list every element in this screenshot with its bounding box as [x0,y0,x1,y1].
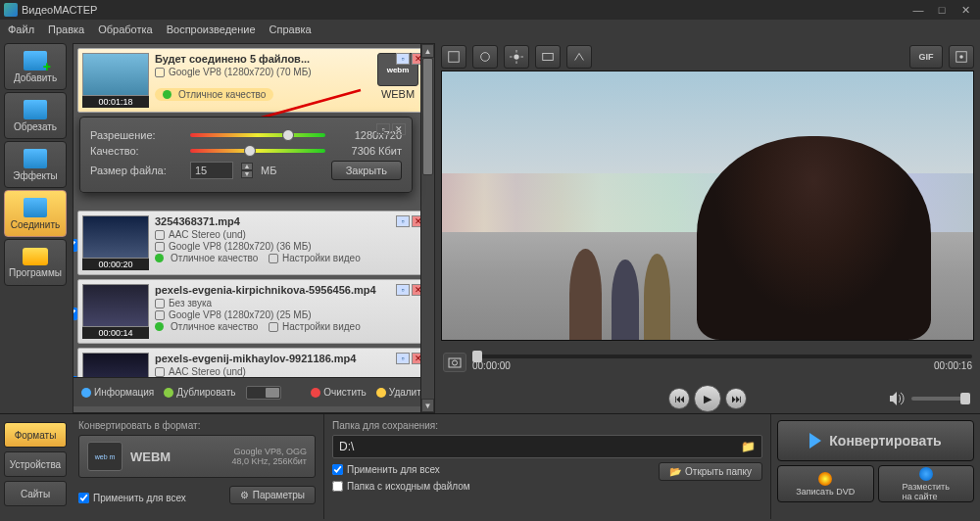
volume-icon[interactable] [888,390,906,407]
scroll-up-button[interactable]: ▲ [421,44,434,58]
popup-close-button[interactable]: Закрыть [331,161,402,180]
filesize-up-button[interactable]: ▲ [241,163,253,170]
publish-button[interactable]: Разместитьна сайте [878,465,975,502]
item-expand-button[interactable]: ▫ [396,215,410,227]
sidebar: Добавить Обрезать Эффекты Соединить Прог… [0,39,71,413]
format-codec: Google VP8, OGG [231,447,307,456]
file-checkbox[interactable] [74,308,77,320]
open-folder-button[interactable]: 📂Открыть папку [659,462,762,481]
duplicate-button[interactable]: Дублировать [164,387,235,398]
filesize-down-button[interactable]: ▼ [241,170,253,178]
sidebar-programs-label: Программы [9,267,62,278]
sidebar-join-button[interactable]: Соединить [4,190,67,237]
clear-button[interactable]: Очистить [311,387,367,398]
browse-folder-icon[interactable]: 📁 [741,440,756,453]
file-list-toolbar: Информация Дублировать Очистить Удалить [74,377,434,406]
film-icon [155,242,165,252]
sidebar-programs-button[interactable]: Программы [4,239,67,286]
item-expand-button[interactable]: ▫ [396,284,410,296]
quality-dot-icon [155,322,164,331]
file-item[interactable]: 00:00:20 3254368371.mp4 AAC Stereo (und)… [77,211,430,275]
view-toggle[interactable] [246,386,281,400]
gear-icon: ⚙ [240,490,249,500]
file-codec: Google VP8 (1280x720) (70 МБ) [169,67,312,77]
menu-file[interactable]: Файл [8,24,34,35]
file-list-scrollbar[interactable]: ▲ ▼ [420,44,434,412]
apply-all-checkbox[interactable]: Применить для всех [78,493,186,503]
popup-expand-button[interactable]: ▫ [376,123,390,135]
file-settings-link[interactable]: Настройки видео [282,253,361,263]
source-folder-checkbox[interactable]: Папка с исходным файлом [332,481,762,492]
convert-to-label: Конвертировать в формат: [78,420,316,431]
file-quality: Отличное качество [178,89,266,100]
seek-bar[interactable]: 00:00:0000:00:16 [472,355,972,371]
duration-badge: 00:01:18 [82,96,149,108]
file-settings-link[interactable]: Настройки видео [282,321,361,332]
params-button[interactable]: ⚙Параметры [229,486,316,504]
delete-button[interactable]: Удалить [376,387,426,398]
scissors-icon [24,100,47,119]
menu-process[interactable]: Обработка [98,24,152,35]
tab-sites[interactable]: Сайты [4,481,67,506]
info-button[interactable]: Информация [81,387,154,398]
tab-formats[interactable]: Форматы [4,422,67,448]
programs-icon [23,248,48,265]
item-expand-button[interactable]: ▫ [396,53,410,65]
sidebar-join-label: Соединить [11,219,60,230]
close-button[interactable]: ✕ [955,2,976,18]
format-audio: 48,0 KHz, 256Кбит [231,456,307,466]
maximize-button[interactable]: □ [931,2,953,18]
sidebar-effects-label: Эффекты [13,170,57,181]
file-checkbox[interactable] [74,376,77,377]
text-button[interactable] [535,45,561,69]
tab-devices[interactable]: Устройства [4,451,67,477]
file-audio: AAC Stereo (und) [169,366,246,377]
file-item[interactable]: 00:00:14 pexels-evgenia-kirpichnikova-59… [77,279,430,344]
filesize-input[interactable] [190,162,233,179]
popup-close-x-button[interactable]: ✕ [392,123,406,135]
menu-playback[interactable]: Воспроизведение [167,24,256,35]
add-icon [24,51,47,71]
scroll-thumb[interactable] [422,58,433,175]
speaker-icon [155,367,165,377]
save-path-field[interactable]: D:\ 📁 [332,435,762,458]
sidebar-trim-button[interactable]: Обрезать [4,92,67,139]
play-button[interactable]: ▶ [694,385,721,412]
rotate-button[interactable] [472,45,498,69]
resolution-slider[interactable] [190,133,325,137]
titlebar: ВидеоМАСТЕР — □ ✕ [0,0,980,20]
next-button[interactable]: ⏭ [725,388,747,409]
scroll-down-button[interactable]: ▼ [421,399,434,412]
thumbnail [82,284,149,327]
fullscreen-button[interactable] [949,45,974,69]
format-name: WEBM [130,450,171,464]
file-checkbox[interactable] [74,239,77,252]
file-quality: Отличное качество [171,253,258,263]
menu-help[interactable]: Справка [270,24,312,35]
film-icon [155,68,165,77]
prev-button[interactable]: ⏮ [668,388,690,409]
toggle-icon [246,386,281,400]
file-title: 3254368371.mp4 [155,215,425,227]
brightness-button[interactable] [504,45,529,69]
quality-slider[interactable] [190,149,325,153]
video-preview[interactable] [441,71,974,341]
minimize-button[interactable]: — [907,2,929,18]
convert-button[interactable]: Конвертировать [777,420,974,461]
burn-dvd-button[interactable]: Записать DVD [777,465,874,502]
item-expand-button[interactable]: ▫ [396,353,410,364]
volume-slider[interactable] [911,397,970,401]
format-selector[interactable]: web m WEBM Google VP8, OGG 48,0 KHz, 256… [78,435,316,478]
save-folder-label: Папка для сохранения: [332,420,762,431]
snapshot-button[interactable] [443,353,466,372]
menu-edit[interactable]: Правка [48,24,84,35]
gif-button[interactable]: GIF [909,45,943,69]
crop-button[interactable] [441,45,466,69]
file-item[interactable]: 00:00:14 pexels-evgenij-mikhaylov-992118… [77,348,430,377]
file-item-merged[interactable]: 00:01:18 Будет соединено 5 файлов... Goo… [77,48,430,113]
speaker-icon [155,299,165,308]
sidebar-effects-button[interactable]: Эффекты [4,141,67,188]
speed-button[interactable] [566,45,592,69]
dvd-icon [818,472,832,486]
sidebar-add-button[interactable]: Добавить [4,43,67,90]
